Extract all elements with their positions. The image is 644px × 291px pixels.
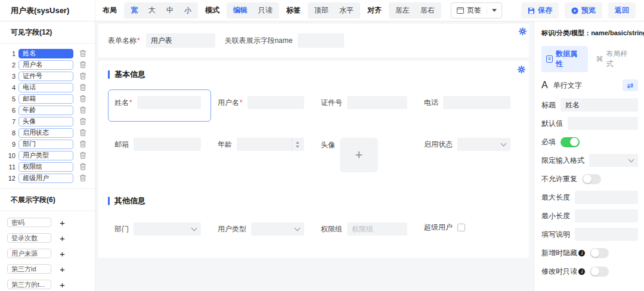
trash-icon[interactable] <box>79 83 86 91</box>
toolbar-group: 顶部水平 <box>308 2 360 18</box>
field-input[interactable] <box>443 96 510 109</box>
property-input[interactable] <box>568 117 638 130</box>
property-input[interactable]: 姓名 <box>561 98 638 112</box>
tab-layout-style[interactable]: ⌘布局样式 <box>592 46 638 72</box>
field-chip[interactable]: 头像 <box>18 117 73 126</box>
number-input[interactable] <box>237 138 304 151</box>
form-field[interactable]: 邮箱 <box>108 131 211 159</box>
form-field[interactable]: 年龄 <box>211 131 314 159</box>
toolbar-option[interactable]: 大 <box>143 4 161 17</box>
hidden-field-chip[interactable]: 第三方的t... <box>7 280 51 289</box>
field-chip[interactable]: 证件号 <box>18 72 73 81</box>
field-chip[interactable]: 启用状态 <box>18 128 73 138</box>
form-field[interactable]: 头像+ <box>314 131 417 180</box>
trash-icon[interactable] <box>79 106 86 114</box>
avatar-upload[interactable]: + <box>340 138 378 172</box>
field-input[interactable] <box>347 96 407 109</box>
field-index: 3 <box>5 73 16 80</box>
plus-icon[interactable]: + <box>60 249 65 258</box>
hidden-field-chip[interactable]: 用户来源 <box>7 249 51 258</box>
toolbar-option[interactable]: 只读 <box>253 4 278 17</box>
property-toggle[interactable] <box>561 137 580 147</box>
gear-icon[interactable] <box>519 27 527 35</box>
save-button[interactable]: 保存 <box>521 2 559 18</box>
plus-icon[interactable]: + <box>60 280 65 289</box>
field-identity: 标识/分类/模型：name/basic/string <box>541 29 638 38</box>
form-field[interactable]: 启用状态 <box>417 131 521 159</box>
field-chip[interactable]: 姓名 <box>18 49 73 58</box>
toolbar-option[interactable]: 居右 <box>415 4 440 17</box>
hidden-field-chip[interactable]: 登录次数 <box>7 233 51 243</box>
property-select[interactable] <box>589 154 638 167</box>
form-name-input[interactable]: 用户表 <box>146 33 215 48</box>
swap-icon: ⇄ <box>627 82 634 89</box>
toolbar-option[interactable]: 中 <box>161 4 179 17</box>
property-toggle[interactable] <box>590 248 609 258</box>
toolbar-option[interactable]: 居左 <box>390 4 415 17</box>
field-input[interactable] <box>134 138 201 151</box>
form-field-selected[interactable]: 姓名* <box>108 89 211 122</box>
form-field[interactable]: 用户类型 <box>211 216 314 243</box>
property-toggle[interactable] <box>582 174 601 184</box>
back-button[interactable]: 返回 <box>608 2 636 18</box>
toolbar-option[interactable]: 小 <box>179 4 197 17</box>
property-input[interactable] <box>575 228 638 241</box>
trash-icon[interactable] <box>79 163 86 171</box>
trash-icon[interactable] <box>79 95 86 103</box>
field-input[interactable]: 权限组 <box>347 222 407 236</box>
field-chip[interactable]: 邮箱 <box>18 94 73 104</box>
toolbar-option[interactable]: 编辑 <box>228 4 253 17</box>
related-field-input[interactable] <box>298 33 344 48</box>
plus-icon[interactable]: + <box>60 218 65 227</box>
field-chip[interactable]: 用户类型 <box>18 151 73 160</box>
plus-icon[interactable]: + <box>60 234 65 243</box>
field-chip[interactable]: 用户名 <box>18 60 73 70</box>
plus-icon[interactable]: + <box>60 265 65 274</box>
field-checkbox[interactable] <box>457 224 465 231</box>
swap-type-button[interactable]: ⇄ <box>623 79 638 91</box>
field-label: 电话 <box>424 98 438 108</box>
trash-icon[interactable] <box>79 49 86 57</box>
hidden-field-chip[interactable]: 第三方id <box>7 264 51 274</box>
text-type-icon: A <box>541 80 548 91</box>
trash-icon[interactable] <box>79 174 86 182</box>
page-tab-main[interactable]: 页签 <box>451 3 487 18</box>
form-field[interactable]: 超级用户 <box>417 216 521 240</box>
field-input[interactable] <box>137 96 201 109</box>
preview-button[interactable]: 预览 <box>565 2 602 18</box>
form-field[interactable]: 电话 <box>417 89 521 117</box>
property-toggle[interactable] <box>590 267 609 277</box>
property-input[interactable] <box>575 209 638 222</box>
field-chip[interactable]: 权限组 <box>18 162 73 172</box>
trash-icon[interactable] <box>79 117 86 125</box>
gear-icon[interactable] <box>518 66 525 73</box>
trash-icon[interactable] <box>79 72 86 80</box>
trash-icon[interactable] <box>79 61 86 69</box>
form-field[interactable]: 用户名* <box>211 89 314 117</box>
toolbar-option[interactable]: 顶部 <box>309 4 334 17</box>
trash-icon[interactable] <box>79 151 86 159</box>
field-chip[interactable]: 年龄 <box>18 106 73 115</box>
trash-icon[interactable] <box>79 140 86 148</box>
field-select[interactable] <box>134 222 201 236</box>
page-tab-caret[interactable] <box>487 7 501 14</box>
form-field[interactable]: 证件号 <box>314 89 417 117</box>
page-tab-button[interactable]: 页签 <box>451 2 502 18</box>
trash-icon[interactable] <box>79 129 86 137</box>
toolbar-option[interactable]: 宽 <box>125 4 143 17</box>
back-label: 返回 <box>615 5 629 16</box>
tab-data-properties[interactable]: 数据属性 <box>541 46 588 72</box>
hidden-field-chip[interactable]: 密码 <box>7 218 51 227</box>
field-select[interactable] <box>457 138 510 151</box>
field-chip[interactable]: 电话 <box>18 83 73 92</box>
field-select[interactable] <box>251 222 304 236</box>
field-chip[interactable]: 超级用户 <box>18 174 73 183</box>
field-input[interactable] <box>247 96 304 109</box>
number-stepper[interactable] <box>292 138 299 151</box>
toolbar-option[interactable]: 水平 <box>334 4 359 17</box>
form-field[interactable]: 部门 <box>108 216 211 243</box>
property-row: 不允许重复 <box>541 172 638 185</box>
property-input[interactable] <box>575 191 638 204</box>
field-chip[interactable]: 部门 <box>18 140 73 149</box>
form-field[interactable]: 权限组权限组 <box>314 216 417 243</box>
